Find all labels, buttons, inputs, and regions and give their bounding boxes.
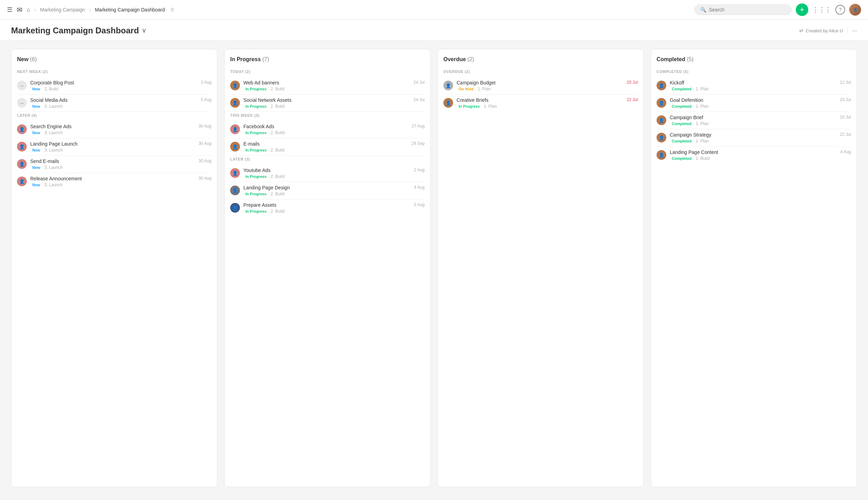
task-body: Campaign BriefCompleted1. Plan: [670, 115, 835, 126]
section-label: COMPLETED (5): [657, 69, 851, 74]
breadcrumb-sep-2: ›: [89, 7, 91, 13]
task-item[interactable]: 👤Goal DefenitionCompleted1. Plan15 Jul: [657, 95, 851, 112]
task-meta: In Progress1. Plan: [457, 104, 622, 109]
task-name: Facebook Ads: [243, 124, 407, 129]
hamburger-icon[interactable]: ☰: [7, 6, 12, 14]
breadcrumb-item-2[interactable]: Marketing Campaign Dashboard: [95, 7, 165, 13]
task-item[interactable]: 👤Creative BriefsIn Progress1. Plan22 Jul: [443, 95, 638, 112]
user-avatar[interactable]: 👤: [849, 4, 861, 16]
section-label: TODAY (2): [230, 69, 425, 74]
task-step: 1. Plan: [696, 139, 709, 144]
grid-icon[interactable]: ⋮⋮⋮: [812, 6, 831, 14]
page-title[interactable]: Marketing Campaign Dashboard ∨: [11, 26, 146, 35]
search-bar[interactable]: 🔍: [694, 5, 792, 15]
task-status: New: [30, 104, 42, 109]
task-item[interactable]: 👤Landing Page LaunchNew3. Launch30 Aug: [17, 138, 211, 156]
column-header-completed: Completed (5): [657, 56, 851, 63]
task-step: 3. Launch: [44, 165, 63, 170]
task-date: 15 Jul: [838, 97, 851, 102]
task-date: 5 Aug: [412, 202, 425, 207]
task-name: Landing Page Content: [670, 149, 835, 155]
column-overdue: Overdue (2)OVERDUE (2)👤Campaign BudgetOn…: [437, 49, 644, 487]
task-meta: In Progress2. Build: [243, 130, 407, 135]
task-body: E-mailsIn Progress2. Build: [243, 141, 407, 153]
task-item[interactable]: 👤Landing Page ContentCompleted2. Build4 …: [657, 147, 851, 164]
section-label: OVERDUE (2): [443, 69, 638, 74]
task-date: 4 Aug: [839, 149, 851, 154]
topnav: ☰ ✉ ⌂ › Marketing Campaign › Marketing C…: [0, 0, 868, 19]
task-name: Web Ad banners: [243, 80, 409, 85]
task-step: 2. Build: [271, 130, 285, 135]
task-item[interactable]: ···Social Media AdsNew3. Launch5 Aug: [17, 95, 211, 112]
task-item[interactable]: 👤Search Engine AdsNew3. Launch30 Aug: [17, 121, 211, 138]
task-name: E-mails: [243, 141, 407, 147]
task-step: 3. Launch: [44, 130, 63, 135]
more-options-icon[interactable]: ···: [852, 27, 857, 34]
help-button[interactable]: ?: [835, 5, 845, 15]
task-status: Completed: [670, 139, 694, 144]
task-name: Kickoff: [670, 80, 835, 85]
task-meta: In Progress2. Build: [243, 191, 409, 196]
task-avatar: 👤: [230, 203, 240, 213]
task-item[interactable]: 👤Prepare AssetsIn Progress2. Build5 Aug: [230, 199, 425, 216]
section-label: THIS WEEK (3): [230, 113, 425, 117]
task-body: Facebook AdsIn Progress2. Build: [243, 124, 407, 135]
task-item[interactable]: 👤Facebook AdsIn Progress2. Build27 Aug: [230, 121, 425, 138]
task-item[interactable]: 👤Send E-mailsNew3. Launch30 Aug: [17, 156, 211, 173]
task-meta: In Progress2. Build: [243, 174, 409, 179]
task-item[interactable]: 👤Landing Page DesignIn Progress2. Build4…: [230, 182, 425, 199]
task-avatar: 👤: [230, 124, 240, 134]
column-new: New (6)NEXT WEEK (2)···Corporate Blog Po…: [11, 49, 217, 487]
breadcrumb-item-1[interactable]: Marketing Campaign: [40, 7, 85, 13]
task-status: In Progress: [457, 104, 482, 109]
task-item[interactable]: 👤Web Ad bannersIn Progress2. Build24 Jul: [230, 77, 425, 95]
section-label: LATER (3): [230, 157, 425, 161]
task-avatar: ···: [17, 98, 27, 108]
task-meta: New3. Launch: [30, 182, 194, 187]
task-name: Landing Page Launch: [30, 141, 194, 147]
task-step: 3. Launch: [44, 104, 63, 109]
task-step: 1. Plan: [478, 87, 491, 91]
task-item[interactable]: 👤Release AnnouncementNew3. Launch30 Aug: [17, 173, 211, 190]
task-status: New: [30, 130, 42, 135]
mail-icon[interactable]: ✉: [17, 6, 23, 14]
task-body: Goal DefenitionCompleted1. Plan: [670, 97, 835, 109]
task-item[interactable]: 👤Campaign BriefCompleted1. Plan15 Jul: [657, 112, 851, 129]
task-status: In Progress: [243, 174, 269, 179]
task-item[interactable]: 👤Campaign BudgetOn Hold1. Plan20 Jul: [443, 77, 638, 95]
task-status: Completed: [670, 156, 694, 161]
task-date: 30 Aug: [197, 158, 211, 163]
pin-icon[interactable]: ⚲: [170, 7, 174, 13]
page-header-right: ⇄ Created by Alice U ···: [799, 27, 857, 34]
task-item[interactable]: 👤E-mailsIn Progress2. Build29 Sep: [230, 138, 425, 156]
task-avatar: 👤: [657, 81, 666, 90]
task-step: 3. Launch: [44, 182, 63, 187]
section-label: LATER (4): [17, 113, 211, 117]
task-item[interactable]: 👤KickoffCompleted1. Plan12 Jul: [657, 77, 851, 95]
task-meta: New2. Build: [30, 87, 196, 91]
task-item[interactable]: 👤Campaign StrategyCompleted1. Plan22 Jul: [657, 129, 851, 147]
task-meta: In Progress2. Build: [243, 104, 409, 109]
task-avatar: 👤: [443, 98, 453, 108]
task-avatar: ···: [17, 81, 27, 90]
home-icon[interactable]: ⌂: [27, 7, 30, 13]
task-meta: In Progress2. Build: [243, 209, 409, 214]
task-date: 29 Sep: [410, 141, 425, 146]
task-name: Prepare Assets: [243, 202, 409, 208]
task-name: Creative Briefs: [457, 97, 622, 103]
page-header: Marketing Campaign Dashboard ∨ ⇄ Created…: [0, 19, 868, 41]
task-body: Send E-mailsNew3. Launch: [30, 158, 194, 170]
task-status: New: [30, 182, 42, 187]
task-item[interactable]: 👤Youtube AdsIn Progress2. Build2 Aug: [230, 165, 425, 182]
task-item[interactable]: 👤Social Network AssetsIn Progress2. Buil…: [230, 95, 425, 112]
task-body: Release AnnouncementNew3. Launch: [30, 176, 194, 187]
task-step: 1. Plan: [696, 121, 709, 126]
task-date: 4 Aug: [412, 185, 425, 190]
divider: [847, 27, 848, 34]
search-input[interactable]: [709, 7, 786, 13]
task-status: In Progress: [243, 148, 269, 153]
task-date: 20 Jul: [625, 80, 638, 85]
add-button[interactable]: +: [796, 3, 808, 16]
task-step: 1. Plan: [696, 87, 709, 91]
task-item[interactable]: ···Corporate Blog PostNew2. Build3 Aug: [17, 77, 211, 95]
